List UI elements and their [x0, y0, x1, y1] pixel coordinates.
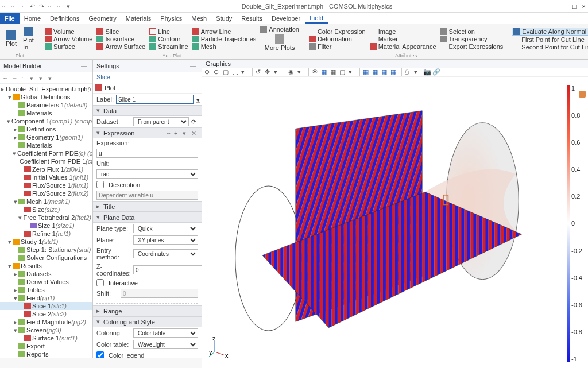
tree-node[interactable]: ▾Field (pg1) [0, 294, 92, 302]
interactive-checkbox[interactable] [96, 279, 104, 286]
graphics-viewport[interactable]: z y x 10.80.60.40.20-0.2-0.4-0.6-0.8-1 [202, 77, 588, 368]
fwd-icon[interactable]: → [11, 75, 18, 82]
btn-filter[interactable]: Filter [308, 43, 367, 50]
tab-geometry[interactable]: Geometry [84, 13, 121, 24]
tree-node[interactable]: Size 1 (size1) [0, 222, 92, 230]
tree-node[interactable]: ▸Double_Slit_Experiment.mph (root) [0, 85, 92, 93]
expr-replace-icon[interactable]: ↔ [165, 130, 172, 137]
redo-icon[interactable]: ↷ [39, 3, 46, 10]
tree-node[interactable]: Step 1: Stationary (stat) [0, 246, 92, 254]
tree-node[interactable]: ▾Mesh 1 (mesh1) [0, 197, 92, 206]
tree-node[interactable]: Coefficient Form PDE 1 (cfeq1) [0, 157, 92, 165]
tree-node[interactable]: Flux/Source 1 (flux1) [0, 181, 92, 189]
tree-node[interactable]: Slice 2 (slc2) [0, 310, 92, 318]
tree-node[interactable]: ▸Tables [0, 286, 92, 294]
btn-streamline[interactable]: Streamline [148, 43, 189, 50]
btn-slice[interactable]: Slice [95, 28, 146, 35]
pan-icon[interactable]: ✥ [265, 68, 273, 76]
scene-light-icon[interactable]: ▦ [363, 68, 371, 76]
plot-action[interactable]: Plot [105, 84, 115, 91]
tree-node[interactable]: Parameters 1 (default) [0, 101, 92, 109]
visibility-icon[interactable]: 👁 [312, 68, 320, 76]
zcoord-input[interactable] [133, 265, 202, 274]
collapse-icon[interactable]: ▾ [30, 75, 37, 82]
refresh-icon[interactable]: ▾ [48, 75, 55, 82]
axis-icon[interactable]: ▦ [390, 68, 399, 76]
tree-node[interactable]: Slice 1 (slc1) [0, 302, 92, 310]
section-title2[interactable]: ▸Title [93, 201, 202, 212]
tab-materials[interactable]: Materials [121, 13, 156, 24]
tab-results[interactable]: Results [237, 13, 267, 24]
btn-annotation[interactable]: Annotation [259, 26, 300, 33]
btn-surface[interactable]: ​Surface [44, 43, 94, 50]
btn-contour[interactable]: Contour [148, 36, 189, 42]
zoom-box-icon[interactable]: ▢ [223, 68, 231, 76]
select-icon[interactable]: ◉ [288, 68, 296, 76]
minimize-button[interactable]: — [560, 3, 567, 10]
more-icon[interactable]: ▾ [67, 3, 74, 10]
btn-line[interactable]: Line [148, 28, 189, 35]
back-icon[interactable]: ← [2, 75, 9, 82]
select-menu-icon[interactable]: ▾ [297, 68, 305, 76]
expression-input[interactable] [96, 149, 198, 158]
menu2-icon[interactable]: ▾ [349, 68, 357, 76]
expand-icon[interactable]: ▾ [39, 75, 46, 82]
save-icon[interactable]: ▫ [21, 3, 28, 10]
plot-icon[interactable] [95, 84, 102, 91]
tree-node[interactable]: Refine 1 (ref1) [0, 230, 92, 238]
btn-particle[interactable]: Particle Trajectories [191, 36, 258, 42]
btn-transparency[interactable]: Transparency [439, 36, 505, 42]
copy-icon[interactable]: ▫ [48, 3, 55, 10]
section-coloring[interactable]: ▾Coloring and Style [93, 316, 202, 327]
tree-node[interactable]: Solver Configurations [0, 254, 92, 262]
tree-node[interactable]: ▾Global Definitions [0, 93, 92, 101]
tree-node[interactable]: Export [0, 342, 92, 350]
camera-icon[interactable]: 📷 [423, 68, 431, 76]
zoom-in-icon[interactable]: ⊕ [204, 68, 212, 76]
rotate-icon[interactable]: ↺ [256, 68, 264, 76]
btn-arrow-surface[interactable]: Arrow Surface [95, 43, 146, 50]
screenshot-icon[interactable]: ⎙ [405, 68, 413, 76]
plane-select[interactable]: XY-planes [133, 235, 198, 245]
tree-node[interactable]: ▸Datasets [0, 270, 92, 278]
new-icon[interactable]: ▫ [2, 3, 9, 10]
tree-node[interactable]: Derived Values [0, 278, 92, 286]
link-icon[interactable]: 🔗 [432, 68, 440, 76]
wireframe-icon[interactable]: ▦ [372, 68, 380, 76]
dataset-link-icon[interactable]: ⟳ [191, 118, 198, 125]
tree-node[interactable]: ▸Definitions [0, 125, 92, 133]
tree-node[interactable]: Materials [0, 109, 92, 117]
btn-arrow-volume[interactable]: Arrow Volume [44, 36, 94, 42]
model-tree[interactable]: ▸Double_Slit_Experiment.mph (root)▾Globa… [0, 84, 92, 358]
entry-select[interactable]: Coordinates [133, 249, 198, 258]
minimize-settings-icon[interactable]: — [190, 62, 198, 70]
transparency-icon[interactable]: ▦ [330, 68, 338, 76]
up-icon[interactable]: ↑ [21, 75, 28, 82]
minimize-panel-icon[interactable]: — [81, 62, 89, 70]
tree-node[interactable]: Zero Flux 1 (zf0v1) [0, 165, 92, 173]
section-expression[interactable]: ▾Expression ↔+▾⨯ [93, 127, 202, 138]
tree-node[interactable]: Materials [0, 141, 92, 149]
tree-node[interactable]: ▾Free Tetrahedral 2 (ftet2) [0, 214, 92, 222]
open-icon[interactable]: ▫ [11, 3, 18, 10]
tree-node[interactable]: Reports [0, 350, 92, 358]
plot-in-button[interactable]: Plot In [21, 25, 36, 52]
view-menu-icon[interactable]: ▾ [274, 68, 282, 76]
tree-node[interactable]: ▾Study 1 (std1) [0, 238, 92, 246]
dataset-select[interactable]: From parent [133, 117, 189, 126]
file-tab[interactable]: File [0, 13, 20, 24]
paste-icon[interactable]: ▫ [57, 3, 64, 10]
box-icon[interactable]: ▢ [339, 68, 347, 76]
btn-selection[interactable]: Selection [439, 28, 505, 35]
btn-arrow-line[interactable]: Arrow Line [191, 28, 258, 35]
tab-developer[interactable]: Developer [267, 13, 305, 24]
tab-study[interactable]: Study [211, 13, 237, 24]
plot-button[interactable]: Plot [3, 25, 19, 52]
gear-icon[interactable]: ▾ [414, 68, 422, 76]
tab-mesh[interactable]: Mesh [187, 13, 211, 24]
tree-node[interactable]: ▾Results [0, 262, 92, 270]
coloring-select[interactable]: Color table [133, 328, 198, 338]
zoom-select-icon[interactable]: ▾ [241, 68, 249, 76]
tree-node[interactable]: ▾Component 1 (comp1) (comp1) [0, 117, 92, 125]
tree-node[interactable]: Initial Values 1 (init1) [0, 173, 92, 181]
